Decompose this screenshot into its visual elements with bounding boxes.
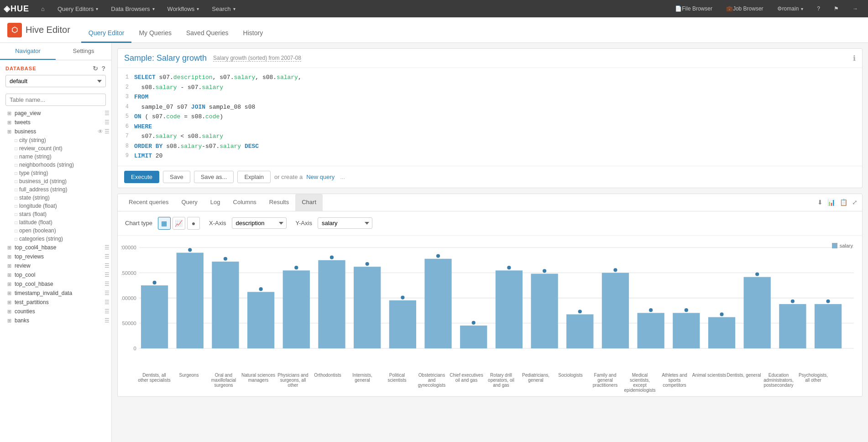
x-label: Dentists, all other specialists <box>137 373 172 393</box>
table-list-icon[interactable]: ☰ <box>105 110 110 116</box>
tab-saved-queries[interactable]: Saved Queries <box>179 25 236 43</box>
logo[interactable]: ◈HUE <box>4 4 29 14</box>
nav-workflows[interactable]: Workflows ▾ <box>161 0 206 17</box>
table-list-icon[interactable]: ☰ <box>105 281 110 287</box>
svg-rect-26 <box>424 258 451 348</box>
table-item[interactable]: ⊞ top_reviews ☰ <box>5 252 111 261</box>
chart-type-bar[interactable]: ▦ <box>158 217 171 230</box>
field-item: □longitude (float) <box>5 202 111 210</box>
svg-point-23 <box>366 262 369 265</box>
table-list-icon[interactable]: ☰ <box>105 119 110 126</box>
nav-search[interactable]: Search ▾ <box>205 0 241 17</box>
download-xls-icon[interactable]: 📊 <box>827 199 835 206</box>
table-list-icon[interactable]: ☰ <box>105 253 110 260</box>
tab-log[interactable]: Log <box>204 194 227 211</box>
nav-user-menu[interactable]: ⚙ romain ▾ <box>771 0 810 17</box>
table-list-icon[interactable]: ☰ <box>105 317 110 324</box>
svg-point-33 <box>543 269 546 273</box>
nav-query-editors[interactable]: Query Editors ▾ <box>51 0 105 17</box>
table-item-business[interactable]: ⊞ business 👁 ☰ <box>5 127 111 136</box>
table-item-actions: ☰ <box>105 281 110 287</box>
save-as-button[interactable]: Save as... <box>194 171 234 183</box>
sub-header: ⬡ Hive Editor Query Editor My Queries Sa… <box>0 17 868 43</box>
table-item[interactable]: ⊞ top_cool_hbase ☰ <box>5 279 111 289</box>
query-subtitle[interactable]: Salary growth (sorted) from 2007-08 <box>213 55 301 62</box>
tab-columns[interactable]: Columns <box>227 194 263 211</box>
info-icon[interactable]: ? <box>101 65 106 72</box>
execute-button[interactable]: Execute <box>124 171 159 183</box>
table-item[interactable]: ⊞ top_cool ☰ <box>5 270 111 279</box>
table-item[interactable]: ⊞ tweets ☰ <box>5 118 111 127</box>
code-line: 7 s07.salary < s08.salary <box>118 132 862 142</box>
nav-help[interactable]: ? <box>810 0 826 17</box>
chart-type-scatter[interactable]: ● <box>187 217 200 230</box>
tab-recent-queries[interactable]: Recent queries <box>122 194 175 211</box>
table-item[interactable]: ⊞ banks ☰ <box>5 316 111 325</box>
svg-point-45 <box>755 272 759 276</box>
nav-file-browser[interactable]: 📄 File Browser <box>669 0 719 17</box>
field-item: □latitude (float) <box>5 218 111 226</box>
table-list-icon[interactable]: ☰ <box>105 263 110 269</box>
database-select[interactable]: default <box>5 75 106 87</box>
y-axis-select[interactable]: salary description <box>318 217 372 229</box>
tab-history[interactable]: History <box>236 25 271 43</box>
explain-button[interactable]: Explain <box>237 171 271 183</box>
nav-job-browser[interactable]: 💼 Job Browser <box>720 0 770 17</box>
svg-point-17 <box>259 287 263 291</box>
chart-controls: Chart type ▦ 📈 ● X-Axis description sala… <box>118 211 862 236</box>
nav-data-browsers[interactable]: Data Browsers ▾ <box>105 0 161 17</box>
query-title: Sample: Salary growth <box>124 53 207 63</box>
db-icons: ↻ ? <box>93 65 106 72</box>
table-item[interactable]: ⊞ top_cool4_hbase ☰ <box>5 243 111 252</box>
table-list-icon[interactable]: ☰ <box>105 244 110 251</box>
svg-rect-16 <box>247 292 274 348</box>
home-nav[interactable]: ⌂ <box>35 0 51 17</box>
code-editor[interactable]: 1 SELECT s07.description, s07.salary, s0… <box>118 68 862 166</box>
table-item-actions: ☰ <box>105 272 110 278</box>
table-item[interactable]: ⊞ test_partitions ☰ <box>5 298 111 307</box>
table-list-icon[interactable]: ☰ <box>105 308 110 315</box>
table-grid-icon: ⊞ <box>7 290 11 296</box>
table-item[interactable]: ⊞ counties ☰ <box>5 307 111 316</box>
download-csv-icon[interactable]: ⬇ <box>817 199 823 206</box>
table-item[interactable]: ⊞ review ☰ <box>5 261 111 270</box>
field-icon: □ <box>15 204 17 209</box>
expand-icon[interactable]: ⤢ <box>852 199 858 206</box>
copy-icon[interactable]: 📋 <box>840 199 847 206</box>
x-label: Medical scientists, except epidemiologis… <box>622 373 657 393</box>
sidebar-tab-settings[interactable]: Settings <box>56 43 111 60</box>
tab-query-editor[interactable]: Query Editor <box>81 25 132 43</box>
nav-flag[interactable]: ⚑ <box>827 0 845 17</box>
x-label: Family and general practitioners <box>588 373 622 393</box>
nav-logout[interactable]: → <box>846 0 864 17</box>
code-line: 4 sample_07 s07 JOIN sample_08 s08 <box>118 102 862 112</box>
query-toolbar: Execute Save Save as... Explain or creat… <box>118 166 862 188</box>
nav-right: 📄 File Browser 💼 Job Browser ⚙ romain ▾ … <box>669 0 864 17</box>
x-label: Animal scientists <box>692 373 727 393</box>
table-list-icon[interactable]: ☰ <box>105 299 110 305</box>
sidebar-tab-navigator[interactable]: Navigator <box>0 43 56 60</box>
table-search-input[interactable] <box>5 94 106 106</box>
refresh-icon[interactable]: ↻ <box>93 65 99 72</box>
tab-results[interactable]: Results <box>263 194 295 211</box>
save-button[interactable]: Save <box>163 171 190 183</box>
table-list-icon[interactable]: ☰ <box>105 128 110 135</box>
tab-chart[interactable]: Chart <box>295 194 323 211</box>
tab-query[interactable]: Query <box>175 194 204 211</box>
query-help-icon[interactable]: ℹ <box>853 54 856 63</box>
table-list-icon[interactable]: ☰ <box>105 290 110 296</box>
table-grid-icon: ⊞ <box>7 129 11 135</box>
svg-rect-18 <box>283 270 310 348</box>
tab-my-queries[interactable]: My Queries <box>131 25 179 43</box>
chart-type-line[interactable]: 📈 <box>173 217 185 230</box>
new-query-button[interactable]: New query <box>306 174 335 180</box>
table-item[interactable]: ⊞ timestamp_invalid_data ☰ <box>5 289 111 298</box>
eye-icon[interactable]: 👁 <box>98 128 103 135</box>
x-axis-select[interactable]: description salary <box>232 217 287 229</box>
field-item: □open (boolean) <box>5 226 111 235</box>
table-item[interactable]: ⊞ page_view ☰ <box>5 109 111 118</box>
more-options[interactable]: ... <box>340 174 345 180</box>
table-list-icon[interactable]: ☰ <box>105 272 110 278</box>
x-label: Chief executives oil and gas <box>449 373 484 393</box>
svg-text:0: 0 <box>133 346 136 351</box>
